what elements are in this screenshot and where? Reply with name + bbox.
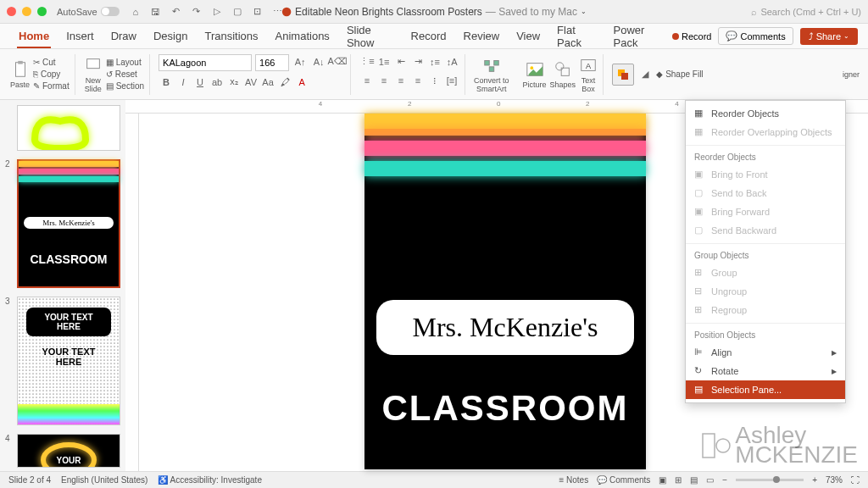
view-normal-icon[interactable]: ▣ <box>659 475 666 485</box>
tab-home[interactable]: Home <box>10 24 58 48</box>
picture-button[interactable]: Picture <box>523 60 547 89</box>
strike-button[interactable]: ab <box>209 75 225 90</box>
text-direction-icon[interactable]: ↕A <box>444 54 459 69</box>
zoom-level[interactable]: 73% <box>826 475 843 485</box>
tab-flatpack[interactable]: Flat Pack <box>548 24 604 48</box>
new-slide-button[interactable]: New Slide <box>84 56 103 93</box>
align-text-icon[interactable]: [≡] <box>444 73 459 88</box>
record-button[interactable]: Record <box>672 31 711 42</box>
tab-view[interactable]: View <box>508 24 548 48</box>
accessibility-indicator[interactable]: ♿ Accessibility: Investigate <box>158 475 262 485</box>
bullets-icon[interactable]: ⋮≡ <box>359 54 375 69</box>
designer-button[interactable]: igner <box>843 70 863 79</box>
italic-button[interactable]: I <box>175 75 191 90</box>
tab-slideshow[interactable]: Slide Show <box>338 24 403 48</box>
layout-button[interactable]: ▦Layout <box>106 58 144 67</box>
slide-thumb-4[interactable]: 4 YOUR <box>5 434 120 468</box>
tab-draw[interactable]: Draw <box>103 24 145 48</box>
menu-rotate[interactable]: ↻Rotate▶ <box>686 362 845 380</box>
highlight-button[interactable]: AV <box>243 75 259 90</box>
menu-align[interactable]: ⊫Align▶ <box>686 343 845 362</box>
paste-button[interactable]: Paste <box>10 60 30 89</box>
slide-thumb-2[interactable]: 2 Mrs. McKenzie's CLASSROOM <box>5 159 120 288</box>
comments-button[interactable]: 💬Comments <box>718 27 793 45</box>
section-button[interactable]: ▤Section <box>106 81 144 91</box>
minimize-button[interactable] <box>22 7 31 16</box>
chevron-down-icon[interactable]: ⌄ <box>581 8 587 15</box>
slide-thumb-3[interactable]: 3 YOUR TEXT HERE YOUR TEXT HERE <box>5 297 120 425</box>
view-reading-icon[interactable]: ▤ <box>690 475 698 485</box>
tab-animations[interactable]: Animations <box>267 24 338 48</box>
indent-inc-icon[interactable]: ⇥ <box>410 54 426 69</box>
tab-insert[interactable]: Insert <box>58 24 103 48</box>
smartart-button[interactable]: Convert to SmartArt <box>469 56 515 93</box>
subtitle-textbox[interactable]: CLASSROOM <box>376 388 634 429</box>
tab-record[interactable]: Record <box>403 24 455 48</box>
zoom-slider[interactable] <box>736 479 804 481</box>
textbox-button[interactable]: A Text Box <box>579 56 598 93</box>
menu-reorder-objects[interactable]: ▦Reorder Objects <box>686 104 845 123</box>
menu-selection-pane[interactable]: ▤Selection Pane... <box>686 380 845 399</box>
align-left-icon[interactable]: ≡ <box>359 73 375 88</box>
fit-to-window-icon[interactable]: ⛶ <box>851 475 860 485</box>
share-button[interactable]: ⤴Share⌄ <box>800 28 858 45</box>
copy-button[interactable]: ⎘Copy <box>33 69 70 79</box>
grow-font-icon[interactable]: A↑ <box>292 54 308 69</box>
close-button[interactable] <box>7 7 16 16</box>
notes-button[interactable]: ≡ Notes <box>559 475 588 485</box>
maximize-button[interactable] <box>37 7 47 16</box>
zoom-thumb[interactable] <box>773 476 780 483</box>
play-icon[interactable]: ▷ <box>211 6 223 18</box>
slide-thumb-1[interactable] <box>5 105 120 151</box>
present-icon[interactable]: ⊡ <box>252 6 264 18</box>
tab-review[interactable]: Review <box>455 24 509 48</box>
underline-button[interactable]: U <box>192 75 208 90</box>
format-button[interactable]: ✎Format <box>33 81 70 91</box>
numbering-icon[interactable]: 1≡ <box>376 54 392 69</box>
justify-icon[interactable]: ≡ <box>410 73 426 88</box>
quick-styles-icon[interactable]: ◢ <box>637 67 653 82</box>
columns-icon[interactable]: ⫶ <box>427 73 442 88</box>
bold-button[interactable]: B <box>159 75 174 90</box>
slides-panel[interactable]: 2 Mrs. McKenzie's CLASSROOM 3 YOUR TEXT … <box>0 100 125 471</box>
tab-design[interactable]: Design <box>145 24 196 48</box>
subscript-button[interactable]: x₂ <box>226 75 242 90</box>
language-indicator[interactable]: English (United States) <box>61 475 147 485</box>
align-right-icon[interactable]: ≡ <box>393 73 409 88</box>
highlight-color-icon[interactable]: 🖍 <box>277 75 292 90</box>
tab-transitions[interactable]: Transitions <box>196 24 266 48</box>
slide-canvas[interactable]: Mrs. McKenzie's CLASSROOM <box>364 114 646 469</box>
search-box[interactable]: ⌕ Search (Cmd + Ctrl + U) <box>751 7 861 17</box>
arrange-button[interactable] <box>612 64 634 86</box>
font-name-select[interactable] <box>159 54 252 71</box>
shrink-font-icon[interactable]: A↓ <box>311 54 326 69</box>
undo-icon[interactable]: ↶ <box>170 6 182 18</box>
redo-icon[interactable]: ↷ <box>191 6 203 18</box>
cut-button[interactable]: ✂Cut <box>33 58 70 67</box>
slide-indicator[interactable]: Slide 2 of 4 <box>8 475 51 485</box>
autosave-toggle[interactable] <box>101 7 120 16</box>
zoom-out-button[interactable]: − <box>722 475 727 485</box>
tab-powerpack[interactable]: Power Pack <box>605 24 672 48</box>
document-title[interactable]: Editable Neon Brights Classroom Posters … <box>281 6 587 18</box>
shape-fill-button[interactable]: ◆Shape Fill <box>656 69 703 79</box>
home-icon[interactable]: ⌂ <box>130 6 142 18</box>
view-slideshow-icon[interactable]: ▭ <box>706 475 714 485</box>
zoom-in-button[interactable]: + <box>812 475 817 485</box>
view-sorter-icon[interactable]: ⊞ <box>675 475 682 485</box>
line-spacing-icon[interactable]: ↕≡ <box>427 54 442 69</box>
indent-dec-icon[interactable]: ⇤ <box>393 54 409 69</box>
save-icon[interactable]: 🖫 <box>150 6 162 18</box>
title-textbox[interactable]: Mrs. McKenzie's <box>376 300 634 355</box>
shapes-label: Shapes <box>550 80 576 89</box>
comments-pane-button[interactable]: 💬 Comments <box>597 475 650 485</box>
font-size-input[interactable] <box>255 54 289 71</box>
font-color-icon[interactable]: A <box>294 75 309 90</box>
align-center-icon[interactable]: ≡ <box>376 73 392 88</box>
reset-button[interactable]: ↺Reset <box>106 69 144 79</box>
clear-format-icon[interactable]: A⌫ <box>330 54 345 69</box>
shapes-button[interactable]: Shapes <box>550 60 576 89</box>
slideshow-icon[interactable]: ▢ <box>231 6 243 18</box>
menu-ungroup: ⊟Ungroup <box>686 282 845 301</box>
case-button[interactable]: Aa <box>260 75 275 90</box>
